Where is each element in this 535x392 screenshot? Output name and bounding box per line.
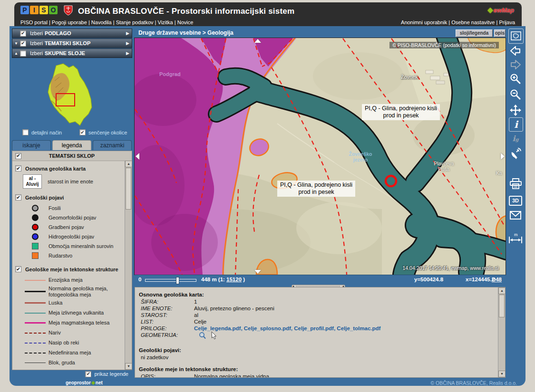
gps-location-button[interactable] — [508, 146, 523, 160]
scroll-down-icon[interactable]: ▼ — [125, 363, 132, 370]
user-menu-personal-settings[interactable]: Osebne nastavitve — [448, 19, 495, 25]
detajlni-nacin-checkbox[interactable] — [22, 129, 29, 135]
main-menu: PISO portal Pogoji uporabe Navodila Stan… — [20, 19, 193, 25]
pan-tool-button[interactable] — [508, 103, 523, 117]
place-label-podgrad: Podgrad — [159, 71, 181, 77]
line-symbol — [25, 363, 46, 363]
sencenje-okolice-checkbox[interactable] — [79, 129, 86, 135]
pdf-link-celje-legenda[interactable]: Celje_legenda.pdf — [194, 325, 244, 331]
scale-ratio-link[interactable]: 15120 — [226, 277, 242, 282]
section-checkbox[interactable] — [15, 165, 21, 172]
info-row: STAROST:al — [139, 312, 498, 318]
zoom-in-button[interactable] — [508, 72, 523, 86]
legend-item: Luska — [23, 298, 125, 308]
legend-item: Nasip ob reki — [23, 338, 125, 348]
scroll-up-icon[interactable]: ▲ — [498, 287, 506, 294]
piso-logo[interactable]: P I S O — [20, 6, 58, 14]
info-panel-scrollbar[interactable]: ▲ ▼ — [498, 287, 505, 377]
history-forward-button[interactable] — [508, 58, 523, 71]
scrollbar-thumb[interactable] — [126, 168, 131, 210]
logo-letter: P — [20, 6, 29, 14]
legend-section-meje: Geološke meje in tektonske strukture — [15, 266, 125, 272]
legend-item: Erozijska meja — [23, 275, 125, 285]
pan-north-arrow[interactable] — [254, 39, 261, 43]
identify-tool-button[interactable]: i — [509, 117, 523, 132]
point-symbol — [32, 214, 39, 221]
prikaz-legende-checkbox[interactable] — [85, 371, 91, 377]
legend-item: Meja izlivnega vulkanita — [23, 308, 125, 318]
view-options: detajlni način senčenje okolice — [12, 129, 132, 137]
pan-west-arrow[interactable] — [136, 153, 139, 160]
legend-item: Gradbeni pojav — [23, 222, 125, 232]
podlago-checkbox[interactable] — [20, 30, 26, 37]
scroll-down-icon[interactable]: ▼ — [498, 371, 506, 377]
collapse-up-icon[interactable]: ▲ — [12, 51, 20, 56]
zoom-out-button[interactable] — [508, 87, 523, 102]
show-legend-option[interactable]: prikaz legende — [12, 370, 132, 378]
selector-skupne-sloje[interactable]: ▲ IzberiSKUPNE SLOJE ▶ — [12, 48, 132, 58]
scale-slider[interactable] — [145, 279, 196, 282]
overview-map[interactable] — [12, 60, 132, 129]
history-back-button[interactable] — [508, 45, 523, 57]
line-symbol — [25, 333, 46, 334]
tematski-sklop-checkbox[interactable] — [20, 40, 26, 47]
line-symbol — [25, 302, 46, 304]
menu-item-novice[interactable]: Novice — [175, 19, 194, 25]
selector-prefix: Izberi — [30, 40, 43, 46]
menu-item-vizitka[interactable]: Vizitka — [155, 19, 173, 25]
scale-slider-handle[interactable] — [176, 277, 179, 284]
identify-group-button[interactable]: ig — [509, 133, 522, 145]
pdf-link-celje-splosno[interactable]: Celje_splosno.pdf — [244, 325, 294, 331]
menu-item-piso-portal[interactable]: PISO portal — [20, 19, 48, 25]
option-sencenje-okolice[interactable]: senčenje okolice — [79, 129, 127, 135]
info-row-priloge: PRILOGE: Celje_legenda.pdfCelje_splosno.… — [139, 325, 498, 332]
select-geometry-icon[interactable] — [211, 332, 217, 340]
option-detajlni-nacin[interactable]: detajlni način — [22, 129, 62, 135]
view-3d-button[interactable]: 3D — [508, 194, 523, 207]
tematski-sklop-legend-checkbox[interactable] — [15, 153, 21, 159]
legend-body: Osnovna geološka karta al - Aluvij staro… — [12, 161, 125, 370]
geoprostor-brand[interactable]: geoprostornet — [66, 380, 103, 385]
pan-east-arrow[interactable] — [501, 153, 505, 160]
skupne-sloje-checkbox[interactable] — [20, 50, 26, 57]
tab-zaznamki[interactable]: zaznamki — [93, 140, 132, 150]
selector-podlago[interactable]: IzberiPODLAGO ▶ — [12, 29, 132, 38]
menu-item-navodila[interactable]: Navodila — [88, 19, 112, 25]
info-row: ŠIFRA:1 — [139, 298, 498, 305]
geology-region-label: PI,Q - Glina, podrejeno kisli prod in pe… — [277, 181, 355, 197]
app-header: P I S O OBČINA BRASLOVČE - Prostorski in… — [14, 2, 522, 26]
pan-south-arrow[interactable] — [254, 270, 261, 274]
section-checkbox[interactable] — [15, 194, 21, 201]
chevron-right-icon: ▶ — [126, 31, 129, 36]
current-extent-rectangle[interactable] — [56, 94, 75, 106]
map-canvas[interactable]: © PISO-BRASLOVČE (podatki so informativn… — [135, 38, 506, 275]
map-timestamp-watermark: 14.04.2017 14:20:41, ewmap, www.realis.s… — [402, 265, 499, 271]
pdf-link-celje-profil[interactable]: Celje_profil.pdf — [294, 325, 337, 331]
sloji-legenda-button[interactable]: sloji/legenda — [456, 29, 493, 37]
print-button[interactable] — [508, 176, 523, 191]
user-menu-anonymous-user[interactable]: Anonimni uporabnik — [401, 19, 447, 25]
line-symbol — [25, 291, 46, 292]
selector-label: TEMATSKI SKLOP — [45, 40, 90, 46]
scrollbar-thumb[interactable] — [499, 295, 505, 317]
scale-status-bar: 0 448 m (1: 15120 ) y=500424.8 x=124445.… — [135, 275, 506, 285]
opis-button[interactable]: opis — [494, 29, 506, 37]
user-menu-login[interactable]: Prijava — [496, 19, 515, 25]
section-checkbox[interactable] — [15, 266, 21, 272]
menu-item-pogoji-uporabe[interactable]: Pogoji uporabe — [49, 19, 87, 25]
municipality-overview-button[interactable] — [508, 29, 524, 44]
collapse-down-icon[interactable]: ▼ — [12, 41, 20, 46]
tab-iskanje[interactable]: iskanje — [12, 140, 51, 150]
menu-item-stanje-podatkov[interactable]: Stanje podatkov — [113, 19, 154, 25]
zoom-to-geometry-icon[interactable] — [199, 332, 206, 340]
datum-d48-link[interactable]: D48 — [492, 277, 502, 282]
send-mail-button[interactable] — [508, 209, 523, 221]
geology-map-svg — [135, 38, 506, 275]
legend-item: Nariv — [23, 328, 125, 338]
selector-tematski-sklop[interactable]: ▼ IzberiTEMATSKI SKLOP ▶ — [12, 38, 132, 48]
measure-button[interactable]: m — [507, 232, 524, 245]
back-arrow-icon — [510, 45, 521, 57]
scroll-up-icon[interactable]: ▲ — [125, 161, 132, 167]
pdf-link-celje-tolmac[interactable]: Celje_tolmac.pdf — [337, 325, 380, 331]
tab-legenda[interactable]: legenda — [52, 140, 91, 150]
